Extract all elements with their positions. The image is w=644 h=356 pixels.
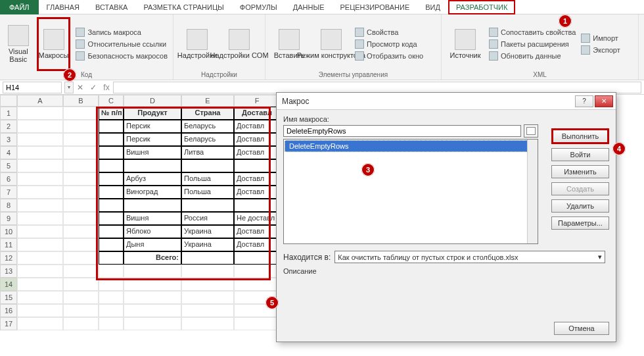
cell[interactable] bbox=[124, 159, 181, 172]
cell[interactable] bbox=[63, 317, 99, 330]
cell[interactable]: Доставл bbox=[234, 146, 280, 159]
cell[interactable]: Вишня bbox=[124, 212, 181, 225]
cell[interactable]: Польша bbox=[181, 172, 234, 186]
cell[interactable] bbox=[234, 199, 280, 212]
hdr-delivery[interactable]: Доставл bbox=[234, 107, 280, 120]
cell[interactable]: Доставл bbox=[234, 238, 280, 251]
cell[interactable] bbox=[181, 265, 234, 278]
cell[interactable]: Польша bbox=[181, 186, 234, 199]
row-7[interactable]: 7 bbox=[0, 186, 17, 199]
cell[interactable] bbox=[234, 265, 280, 278]
cell[interactable] bbox=[63, 212, 99, 225]
cell[interactable] bbox=[63, 146, 99, 159]
formula-bar[interactable] bbox=[113, 82, 641, 93]
cell[interactable]: Доставл bbox=[234, 186, 280, 199]
cell[interactable]: Россия bbox=[181, 212, 234, 225]
row-14[interactable]: 14 bbox=[0, 278, 17, 291]
macro-security-cmd[interactable]: Безопасность макросов bbox=[76, 51, 168, 61]
expansion-cmd[interactable]: Пакеты расширения bbox=[489, 39, 576, 49]
cell[interactable] bbox=[63, 172, 99, 186]
cell[interactable]: Доставл bbox=[234, 120, 280, 133]
cell[interactable] bbox=[63, 238, 99, 251]
row-8[interactable]: 8 bbox=[0, 199, 17, 212]
cell[interactable] bbox=[99, 278, 124, 291]
cell[interactable] bbox=[124, 199, 181, 212]
cell[interactable] bbox=[181, 317, 234, 330]
dialog-close-button[interactable]: ✕ bbox=[595, 95, 613, 107]
cell[interactable] bbox=[63, 291, 99, 304]
cell[interactable]: Беларусь bbox=[181, 133, 234, 146]
cell[interactable] bbox=[99, 212, 124, 225]
cell[interactable] bbox=[63, 199, 99, 212]
cell[interactable] bbox=[63, 304, 99, 317]
row-9[interactable]: 9 bbox=[0, 212, 17, 225]
location-select[interactable]: Как очистить таблицу от пустых строк и с… bbox=[334, 251, 605, 263]
cell[interactable]: Доставл bbox=[234, 225, 280, 238]
tab-home[interactable]: ГЛАВНАЯ bbox=[39, 0, 87, 14]
row-17[interactable]: 17 bbox=[0, 317, 17, 330]
import-cmd[interactable]: Импорт bbox=[581, 33, 620, 43]
tab-insert[interactable]: ВСТАВКА bbox=[87, 0, 135, 14]
tab-developer[interactable]: РАЗРАБОТЧИК bbox=[448, 0, 515, 14]
cell[interactable] bbox=[63, 107, 99, 120]
options-button[interactable]: Параметры... bbox=[551, 216, 609, 230]
cell[interactable] bbox=[181, 199, 234, 212]
map-props-cmd[interactable]: Сопоставить свойства bbox=[489, 27, 576, 38]
row-2[interactable]: 2 bbox=[0, 120, 17, 133]
tab-formulas[interactable]: ФОРМУЛЫ bbox=[232, 0, 285, 14]
addins-button[interactable]: Надстройки bbox=[179, 17, 216, 71]
cell[interactable] bbox=[181, 278, 234, 291]
row-10[interactable]: 10 bbox=[0, 225, 17, 238]
row-16[interactable]: 16 bbox=[0, 304, 17, 317]
cell[interactable] bbox=[17, 265, 63, 278]
enter-formula-icon[interactable]: ✓ bbox=[87, 83, 100, 92]
cell[interactable]: Украина bbox=[181, 238, 234, 251]
cancel-formula-icon[interactable]: ✕ bbox=[74, 83, 87, 92]
insert-control-button[interactable]: Вставить bbox=[271, 17, 308, 71]
cell[interactable] bbox=[124, 317, 181, 330]
row-15[interactable]: 15 bbox=[0, 291, 17, 304]
cell[interactable] bbox=[99, 265, 124, 278]
col-F[interactable]: F bbox=[234, 95, 280, 107]
cell[interactable] bbox=[63, 265, 99, 278]
hdr-product[interactable]: Продукт bbox=[124, 107, 181, 120]
dialog-help-button[interactable]: ? bbox=[575, 95, 593, 107]
macro-list-scrollbar[interactable] bbox=[527, 140, 538, 243]
cell[interactable] bbox=[181, 159, 234, 172]
cell[interactable] bbox=[17, 186, 63, 199]
step-into-button[interactable]: Войти bbox=[551, 148, 609, 161]
cell[interactable]: Беларусь bbox=[181, 120, 234, 133]
cell[interactable] bbox=[99, 159, 124, 172]
cell[interactable]: Персик bbox=[124, 120, 181, 133]
cell[interactable] bbox=[99, 133, 124, 146]
tab-review[interactable]: РЕЦЕНЗИРОВАНИЕ bbox=[332, 0, 417, 14]
macros-button[interactable]: Макросы bbox=[37, 17, 71, 71]
cell[interactable] bbox=[181, 251, 234, 265]
row-5[interactable]: 5 bbox=[0, 159, 17, 172]
cell[interactable]: Персик bbox=[124, 133, 181, 146]
run-dialog-cmd[interactable]: Отобразить окно bbox=[355, 51, 423, 61]
col-C[interactable]: C bbox=[99, 95, 124, 107]
cell[interactable] bbox=[63, 159, 99, 172]
cell[interactable] bbox=[99, 172, 124, 186]
cancel-button[interactable]: Отмена bbox=[554, 322, 609, 335]
cell[interactable] bbox=[99, 291, 124, 304]
cell[interactable] bbox=[17, 133, 63, 146]
design-mode-button[interactable]: Режим конструктора bbox=[313, 17, 350, 71]
total-label[interactable]: Всего: bbox=[124, 251, 181, 265]
macro-name-picker[interactable] bbox=[524, 124, 538, 138]
cell[interactable] bbox=[17, 278, 63, 291]
cell[interactable] bbox=[124, 278, 181, 291]
col-E[interactable]: E bbox=[181, 95, 234, 107]
cell[interactable]: Вишня bbox=[124, 146, 181, 159]
cell[interactable] bbox=[234, 317, 280, 330]
cell[interactable] bbox=[99, 225, 124, 238]
col-B[interactable]: B bbox=[63, 95, 99, 107]
relative-refs-cmd[interactable]: Относительные ссылки bbox=[76, 39, 168, 49]
cell[interactable] bbox=[17, 146, 63, 159]
cell[interactable] bbox=[99, 146, 124, 159]
cell[interactable]: Дыня bbox=[124, 238, 181, 251]
col-A[interactable]: A bbox=[17, 95, 63, 107]
cell[interactable]: Доставл bbox=[234, 172, 280, 186]
vb-button[interactable]: Visual Basic bbox=[5, 17, 32, 71]
